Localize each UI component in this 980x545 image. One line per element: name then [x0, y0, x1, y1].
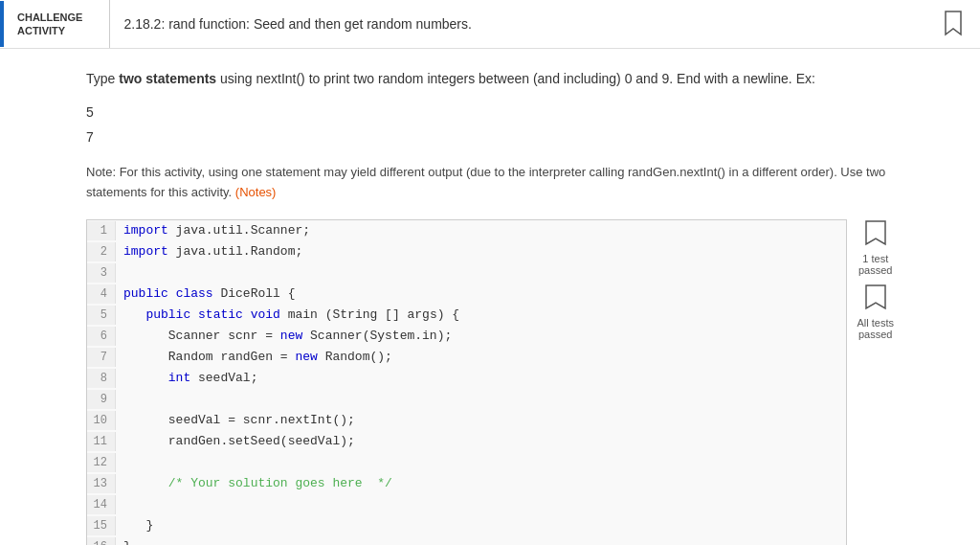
- code-line: 14: [87, 494, 846, 515]
- code-line: 16 }: [87, 536, 846, 545]
- code-line: 1 import java.util.Scanner;: [87, 220, 846, 241]
- example-output: 5 7: [86, 101, 894, 148]
- code-line: 4 public class DiceRoll {: [87, 284, 846, 305]
- content-area: Type two statements using nextInt() to p…: [0, 49, 980, 545]
- code-line: 6 Scanner scnr = new Scanner(System.in);: [87, 326, 846, 347]
- test-badges-sidebar: 1 test passed All tests passed: [847, 219, 894, 340]
- code-line: 7 Random randGen = new Random();: [87, 347, 846, 368]
- header-title: 2.18.2: rand function: Seed and then get…: [123, 16, 942, 32]
- code-line: 15 }: [87, 515, 846, 536]
- code-editor[interactable]: 1 import java.util.Scanner; 2 import jav…: [86, 219, 847, 545]
- code-line: 2 import java.util.Random;: [87, 241, 846, 262]
- code-section: 1 import java.util.Scanner; 2 import jav…: [86, 219, 894, 545]
- code-line: 9: [87, 389, 846, 410]
- all-tests-badge: All tests passed: [857, 284, 894, 340]
- bookmark-icon[interactable]: [942, 10, 965, 39]
- notes-link[interactable]: (Notes): [235, 185, 277, 199]
- challenge-activity-label: CHALLENGE ACTIVITY: [0, 1, 96, 48]
- header-divider: [109, 0, 110, 48]
- code-line: 8 int seedVal;: [87, 368, 846, 389]
- code-line: 10 seedVal = scnr.nextInt();: [87, 410, 846, 431]
- test1-badge: 1 test passed: [858, 219, 892, 276]
- header-bar: CHALLENGE ACTIVITY 2.18.2: rand function…: [0, 0, 980, 49]
- code-line: 13 /* Your solution goes here */: [87, 473, 846, 494]
- note-text: Note: For this activity, using one state…: [86, 163, 894, 203]
- code-line: 5 public static void main (String [] arg…: [87, 305, 846, 326]
- code-line: 3: [87, 262, 846, 284]
- page-wrapper: CHALLENGE ACTIVITY 2.18.2: rand function…: [0, 0, 980, 545]
- code-line: 12: [87, 452, 846, 473]
- code-line: 11 randGen.setSeed(seedVal);: [87, 431, 846, 452]
- instruction-text: Type two statements using nextInt() to p…: [86, 68, 894, 89]
